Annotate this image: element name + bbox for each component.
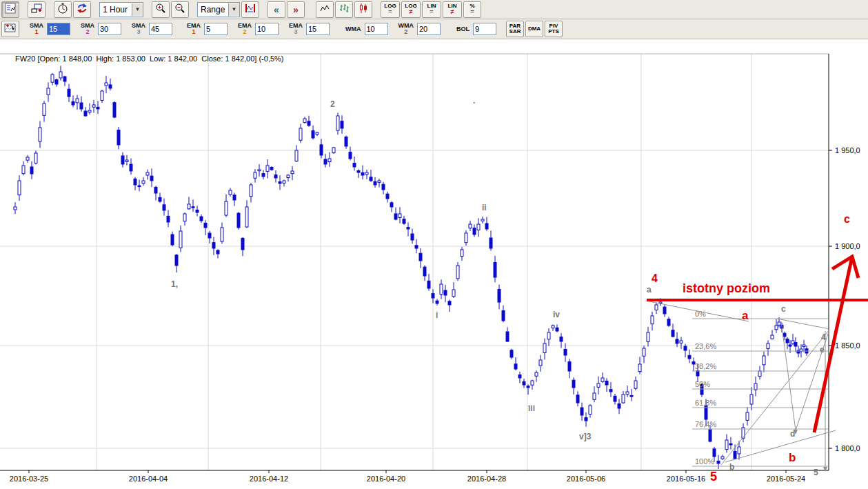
stopwatch-icon xyxy=(57,3,68,17)
fit-range-button[interactable] xyxy=(241,1,259,18)
double-chevron-left-icon: « xyxy=(274,5,279,14)
svg-text:2016-05-06: 2016-05-06 xyxy=(567,475,605,483)
svg-text:b: b xyxy=(789,451,796,464)
svg-text:2016-05-24: 2016-05-24 xyxy=(767,475,805,483)
svg-text:2016-03-25: 2016-03-25 xyxy=(10,475,48,483)
chevron-down-icon: ▼ xyxy=(132,3,143,16)
range-value: Range xyxy=(198,5,228,14)
percent-scale-button[interactable]: % = xyxy=(463,1,481,18)
percent-label: % = xyxy=(470,3,474,15)
refresh-icon xyxy=(77,3,88,17)
log-scale-equal-button[interactable]: LOG = xyxy=(381,1,400,18)
indicator-label-ema2[interactable]: EMA2 xyxy=(236,22,254,36)
ema2-period-input[interactable] xyxy=(255,23,279,35)
zoom-out-button[interactable] xyxy=(171,1,189,18)
data-table-button[interactable] xyxy=(1,1,19,18)
svg-text:5: 5 xyxy=(814,468,818,477)
svg-text:5: 5 xyxy=(710,470,717,483)
indicator-label-sma2[interactable]: SMA2 xyxy=(79,22,97,36)
data-table-icon xyxy=(5,3,16,17)
svg-text:ii: ii xyxy=(482,203,487,212)
svg-text:c: c xyxy=(844,213,850,225)
indicator-label-ema1[interactable]: EMA1 xyxy=(185,22,203,36)
fit-range-icon xyxy=(245,3,256,17)
indicator-label-wma2[interactable]: WMA2 xyxy=(396,22,416,36)
svg-text:v]3: v]3 xyxy=(579,432,592,441)
log-scale-notequal-button[interactable]: LOG ≠ xyxy=(401,1,421,18)
interval-value: 1 Hour xyxy=(100,5,130,14)
svg-text:2016-04-12: 2016-04-12 xyxy=(250,475,288,483)
zoom-in-icon xyxy=(155,3,166,17)
range-dropdown[interactable]: Range ▼ xyxy=(197,2,240,17)
svg-text:b: b xyxy=(729,462,734,472)
parabolic-sar-button[interactable]: PARSAR xyxy=(506,21,524,37)
svg-text:1 950,0: 1 950,0 xyxy=(835,146,860,154)
indicator-label-wma[interactable]: WMA xyxy=(343,26,363,33)
line-chart-style-button[interactable] xyxy=(316,1,334,18)
svg-text:c: c xyxy=(781,304,786,314)
wma-period-input[interactable] xyxy=(365,23,388,35)
pivot-points-button[interactable]: PIVPTS xyxy=(545,21,563,37)
lin-notequal-label: LIN ≠ xyxy=(448,3,457,15)
svg-text:2016-04-28: 2016-04-28 xyxy=(467,475,506,483)
svg-text:1 900,0: 1 900,0 xyxy=(835,242,860,250)
svg-text:a: a xyxy=(647,285,652,295)
indicator-label-sma3[interactable]: SMA3 xyxy=(130,22,148,36)
svg-text:38,2%: 38,2% xyxy=(695,362,716,370)
wma2-period-input[interactable] xyxy=(417,23,441,35)
sma1-period-input[interactable] xyxy=(47,23,70,35)
price-chart-canvas[interactable]: 1 950,01 900,01 850,01 800,02016-03-2520… xyxy=(0,0,868,489)
svg-text:1,: 1, xyxy=(171,279,178,289)
chart-title: FW20 [Open: 1 848,00 High: 1 853,00 Low:… xyxy=(15,54,284,63)
svg-text:2016-04-04: 2016-04-04 xyxy=(129,475,168,483)
svg-text:1 800,0: 1 800,0 xyxy=(835,444,860,452)
svg-text:2016-05-16: 2016-05-16 xyxy=(667,475,705,483)
svg-text:istotny poziom: istotny poziom xyxy=(683,281,770,295)
cascade-windows-icon xyxy=(31,3,42,17)
log-notequal-label: LOG ≠ xyxy=(405,3,416,15)
svg-text:d: d xyxy=(790,429,795,439)
ohlc-bars-style-button[interactable] xyxy=(335,1,353,18)
svg-text:4: 4 xyxy=(821,332,826,342)
svg-text:23,6%: 23,6% xyxy=(695,342,716,350)
sma3-period-input[interactable] xyxy=(149,23,172,35)
candlestick-icon xyxy=(358,3,369,17)
svg-text:2: 2 xyxy=(330,99,335,109)
log-equal-label: LOG = xyxy=(384,3,396,15)
bol-period-input[interactable] xyxy=(473,23,496,35)
svg-text:2016-04-20: 2016-04-20 xyxy=(367,475,405,483)
svg-text:1 850,0: 1 850,0 xyxy=(835,341,860,350)
charting-app-window: FW20 [Open: 1 848,00 High: 1 853,00 Low:… xyxy=(0,0,868,489)
indicator-label-bol[interactable]: BOL xyxy=(454,26,472,33)
svg-text:iii: iii xyxy=(528,403,535,413)
indicator-label-ema3[interactable]: EMA3 xyxy=(287,22,305,36)
main-toolbar: 1 Hour ▼ Range ▼ xyxy=(0,0,868,19)
svg-text:i: i xyxy=(436,310,438,320)
interval-dropdown[interactable]: 1 Hour ▼ xyxy=(99,2,143,17)
scroll-right-button[interactable]: » xyxy=(287,1,305,18)
ema1-period-input[interactable] xyxy=(204,23,228,35)
timer-button[interactable] xyxy=(54,1,72,18)
dma-button[interactable]: DMA xyxy=(525,21,543,37)
ema3-period-input[interactable] xyxy=(306,23,330,35)
scroll-left-button[interactable]: « xyxy=(268,1,285,18)
lin-scale-notequal-button[interactable]: LIN ≠ xyxy=(443,1,462,18)
apply-indicators-button[interactable] xyxy=(1,21,19,37)
indicator-label-sma1[interactable]: SMA1 xyxy=(28,22,46,36)
zoom-in-button[interactable] xyxy=(152,1,170,18)
lin-scale-equal-button[interactable]: LIN = xyxy=(422,1,441,18)
svg-text:100%: 100% xyxy=(695,457,714,466)
sma2-period-input[interactable] xyxy=(98,23,121,35)
candlestick-style-button[interactable] xyxy=(354,1,372,18)
svg-text:76,4%: 76,4% xyxy=(695,420,716,428)
svg-text:e: e xyxy=(820,345,825,355)
double-chevron-right-icon: » xyxy=(293,5,299,14)
chart-area: FW20 [Open: 1 848,00 High: 1 853,00 Low:… xyxy=(0,0,868,489)
new-window-button[interactable] xyxy=(28,1,46,18)
svg-text:a: a xyxy=(742,309,749,322)
lin-equal-label: LIN = xyxy=(427,3,436,15)
indicator-toolbar: SMA1 SMA2 SMA3 EMA1 EMA2 EMA3 WMA WMA2 xyxy=(0,19,868,39)
chevron-down-icon: ▼ xyxy=(228,3,239,16)
refresh-button[interactable] xyxy=(73,1,91,18)
zoom-out-icon xyxy=(174,3,185,17)
